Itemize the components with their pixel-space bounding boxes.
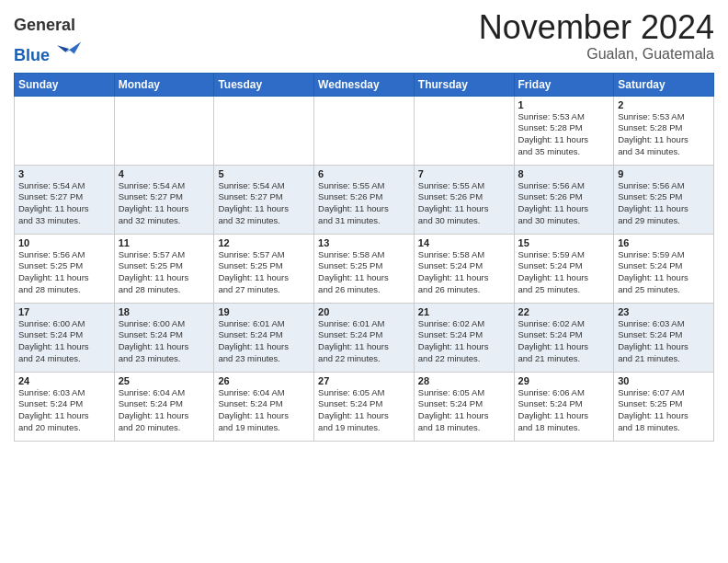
day-number: 12 <box>218 237 310 248</box>
day-cell <box>15 96 115 165</box>
day-cell: 30Sunrise: 6:07 AM Sunset: 5:25 PM Dayli… <box>614 372 714 441</box>
day-info: Sunrise: 5:59 AM Sunset: 5:24 PM Dayligh… <box>618 249 710 296</box>
page: General Blue November 2024 Gualan, Guate… <box>0 0 728 455</box>
day-number: 22 <box>518 306 610 317</box>
day-number: 16 <box>618 237 710 248</box>
day-info: Sunrise: 5:56 AM Sunset: 5:25 PM Dayligh… <box>618 180 710 227</box>
day-info: Sunrise: 5:58 AM Sunset: 5:24 PM Dayligh… <box>418 249 510 296</box>
day-cell <box>314 96 415 165</box>
logo-text: General Blue <box>14 17 83 65</box>
day-info: Sunrise: 5:55 AM Sunset: 5:26 PM Dayligh… <box>418 180 510 227</box>
weekday-sunday: Sunday <box>15 73 115 96</box>
day-number: 21 <box>418 306 510 317</box>
weekday-thursday: Thursday <box>414 73 514 96</box>
header: General Blue November 2024 Gualan, Guate… <box>14 9 714 65</box>
week-row-4: 17Sunrise: 6:00 AM Sunset: 5:24 PM Dayli… <box>15 303 714 372</box>
day-info: Sunrise: 6:06 AM Sunset: 5:24 PM Dayligh… <box>518 387 610 434</box>
day-info: Sunrise: 6:00 AM Sunset: 5:24 PM Dayligh… <box>119 318 210 365</box>
day-cell: 8Sunrise: 5:56 AM Sunset: 5:26 PM Daylig… <box>514 165 614 234</box>
logo-general: General <box>14 17 83 35</box>
day-number: 15 <box>518 237 610 248</box>
day-info: Sunrise: 6:07 AM Sunset: 5:25 PM Dayligh… <box>618 387 710 434</box>
logo-bird-icon <box>57 35 83 61</box>
day-info: Sunrise: 5:59 AM Sunset: 5:24 PM Dayligh… <box>518 249 610 296</box>
weekday-friday: Friday <box>514 73 614 96</box>
day-number: 4 <box>119 168 210 179</box>
day-cell: 27Sunrise: 6:05 AM Sunset: 5:24 PM Dayli… <box>314 372 415 441</box>
day-number: 17 <box>18 306 110 317</box>
day-info: Sunrise: 6:02 AM Sunset: 5:24 PM Dayligh… <box>518 318 610 365</box>
day-cell: 2Sunrise: 5:53 AM Sunset: 5:28 PM Daylig… <box>614 96 714 165</box>
day-cell: 28Sunrise: 6:05 AM Sunset: 5:24 PM Dayli… <box>414 372 514 441</box>
day-number: 28 <box>418 375 510 386</box>
week-row-2: 3Sunrise: 5:54 AM Sunset: 5:27 PM Daylig… <box>15 165 714 234</box>
day-number: 5 <box>218 168 310 179</box>
day-cell: 20Sunrise: 6:01 AM Sunset: 5:24 PM Dayli… <box>314 303 415 372</box>
day-cell: 13Sunrise: 5:58 AM Sunset: 5:25 PM Dayli… <box>314 234 415 303</box>
day-number: 1 <box>518 99 610 110</box>
day-cell: 4Sunrise: 5:54 AM Sunset: 5:27 PM Daylig… <box>114 165 214 234</box>
day-info: Sunrise: 5:57 AM Sunset: 5:25 PM Dayligh… <box>119 249 210 296</box>
day-number: 3 <box>18 168 110 179</box>
day-info: Sunrise: 6:01 AM Sunset: 5:24 PM Dayligh… <box>218 318 310 365</box>
week-row-5: 24Sunrise: 6:03 AM Sunset: 5:24 PM Dayli… <box>15 372 714 441</box>
week-row-1: 1Sunrise: 5:53 AM Sunset: 5:28 PM Daylig… <box>15 96 714 165</box>
day-number: 24 <box>18 375 110 386</box>
day-number: 26 <box>218 375 310 386</box>
day-cell: 26Sunrise: 6:04 AM Sunset: 5:24 PM Dayli… <box>214 372 314 441</box>
day-number: 23 <box>618 306 710 317</box>
day-cell: 16Sunrise: 5:59 AM Sunset: 5:24 PM Dayli… <box>614 234 714 303</box>
day-info: Sunrise: 6:05 AM Sunset: 5:24 PM Dayligh… <box>418 387 510 434</box>
day-info: Sunrise: 5:56 AM Sunset: 5:25 PM Dayligh… <box>18 249 110 296</box>
day-info: Sunrise: 5:58 AM Sunset: 5:25 PM Dayligh… <box>318 249 410 296</box>
day-number: 19 <box>218 306 310 317</box>
day-cell: 24Sunrise: 6:03 AM Sunset: 5:24 PM Dayli… <box>15 372 115 441</box>
svg-marker-0 <box>65 41 81 53</box>
day-cell: 25Sunrise: 6:04 AM Sunset: 5:24 PM Dayli… <box>114 372 214 441</box>
weekday-monday: Monday <box>114 73 214 96</box>
day-info: Sunrise: 5:54 AM Sunset: 5:27 PM Dayligh… <box>18 180 110 227</box>
day-number: 30 <box>618 375 710 386</box>
calendar: SundayMondayTuesdayWednesdayThursdayFrid… <box>14 73 714 442</box>
day-number: 6 <box>318 168 410 179</box>
day-number: 13 <box>318 237 410 248</box>
day-info: Sunrise: 5:57 AM Sunset: 5:25 PM Dayligh… <box>218 249 310 296</box>
day-cell: 6Sunrise: 5:55 AM Sunset: 5:26 PM Daylig… <box>314 165 415 234</box>
day-info: Sunrise: 6:00 AM Sunset: 5:24 PM Dayligh… <box>18 318 110 365</box>
day-cell: 17Sunrise: 6:00 AM Sunset: 5:24 PM Dayli… <box>15 303 115 372</box>
day-cell: 19Sunrise: 6:01 AM Sunset: 5:24 PM Dayli… <box>214 303 314 372</box>
month-title: November 2024 <box>479 9 714 46</box>
logo: General Blue <box>14 17 83 65</box>
day-cell: 5Sunrise: 5:54 AM Sunset: 5:27 PM Daylig… <box>214 165 314 234</box>
day-cell: 11Sunrise: 5:57 AM Sunset: 5:25 PM Dayli… <box>114 234 214 303</box>
day-info: Sunrise: 6:03 AM Sunset: 5:24 PM Dayligh… <box>618 318 710 365</box>
day-cell <box>214 96 314 165</box>
day-number: 18 <box>119 306 210 317</box>
location: Gualan, Guatemala <box>479 46 714 63</box>
day-cell: 7Sunrise: 5:55 AM Sunset: 5:26 PM Daylig… <box>414 165 514 234</box>
day-number: 8 <box>518 168 610 179</box>
day-cell: 22Sunrise: 6:02 AM Sunset: 5:24 PM Dayli… <box>514 303 614 372</box>
day-number: 10 <box>18 237 110 248</box>
day-cell: 10Sunrise: 5:56 AM Sunset: 5:25 PM Dayli… <box>15 234 115 303</box>
day-info: Sunrise: 6:02 AM Sunset: 5:24 PM Dayligh… <box>418 318 510 365</box>
weekday-tuesday: Tuesday <box>214 73 314 96</box>
day-info: Sunrise: 5:53 AM Sunset: 5:28 PM Dayligh… <box>618 111 710 158</box>
day-cell: 18Sunrise: 6:00 AM Sunset: 5:24 PM Dayli… <box>114 303 214 372</box>
day-cell: 21Sunrise: 6:02 AM Sunset: 5:24 PM Dayli… <box>414 303 514 372</box>
day-cell: 1Sunrise: 5:53 AM Sunset: 5:28 PM Daylig… <box>514 96 614 165</box>
day-info: Sunrise: 6:04 AM Sunset: 5:24 PM Dayligh… <box>218 387 310 434</box>
day-info: Sunrise: 6:05 AM Sunset: 5:24 PM Dayligh… <box>318 387 410 434</box>
day-number: 29 <box>518 375 610 386</box>
day-info: Sunrise: 6:04 AM Sunset: 5:24 PM Dayligh… <box>119 387 210 434</box>
day-number: 20 <box>318 306 410 317</box>
logo-blue: Blue <box>14 35 83 65</box>
day-info: Sunrise: 6:01 AM Sunset: 5:24 PM Dayligh… <box>318 318 410 365</box>
day-number: 7 <box>418 168 510 179</box>
weekday-header-row: SundayMondayTuesdayWednesdayThursdayFrid… <box>15 73 714 96</box>
day-number: 25 <box>119 375 210 386</box>
title-area: November 2024 Gualan, Guatemala <box>479 9 714 63</box>
day-cell: 23Sunrise: 6:03 AM Sunset: 5:24 PM Dayli… <box>614 303 714 372</box>
day-info: Sunrise: 5:53 AM Sunset: 5:28 PM Dayligh… <box>518 111 610 158</box>
day-cell <box>114 96 214 165</box>
